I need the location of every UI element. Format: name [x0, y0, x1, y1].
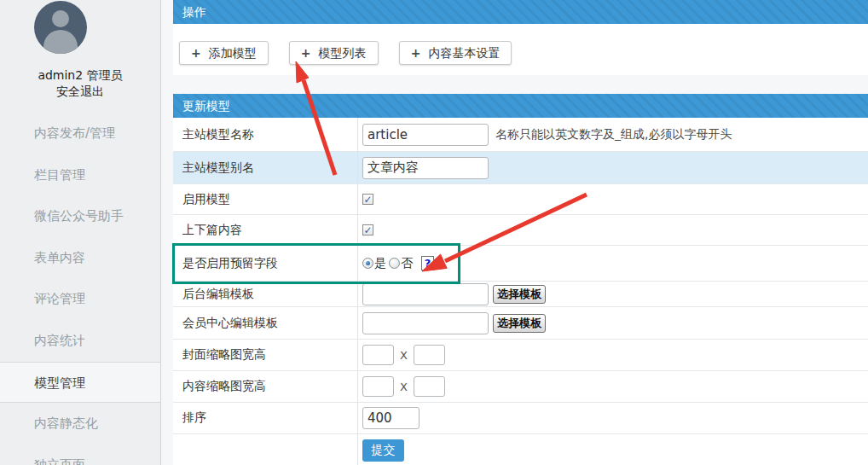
sidebar-item-comment-manage[interactable]: 评论管理: [0, 278, 160, 320]
form-row-enable-model: 启用模型 ✓: [173, 184, 868, 215]
form-row-model-name: 主站模型名称 名称只能以英文数字及_组成,必须以字母开头: [173, 118, 868, 152]
sidebar-item-content-stats[interactable]: 内容统计: [0, 320, 160, 362]
form-row-admin-template: 后台编辑模板 选择模板: [173, 282, 868, 307]
form-row-sort: 排序: [173, 403, 868, 434]
content-thumb-width-input[interactable]: [362, 376, 394, 397]
sidebar: admin2 管理员 安全退出 内容发布/管理 栏目管理 微信公众号助手 表单内…: [0, 0, 161, 465]
form-row-member-template: 会员中心编辑模板 选择模板: [173, 307, 868, 340]
sidebar-item-model-manage[interactable]: 模型管理: [0, 362, 160, 404]
cover-thumb-width-input[interactable]: [362, 345, 394, 365]
size-separator: X: [400, 349, 408, 362]
operations-header: 操作: [173, 0, 868, 24]
content-thumb-height-input[interactable]: [414, 376, 445, 397]
plus-icon: +: [301, 46, 311, 60]
content-basic-settings-button[interactable]: +内容基本设置: [399, 41, 512, 65]
avatar-person-icon: [52, 10, 69, 27]
form-row-reserved-fields: 是否启用预留字段 是 否 ?: [173, 246, 868, 282]
form-row-model-alias: 主站模型别名: [173, 152, 868, 184]
sidebar-item-category-manage[interactable]: 栏目管理: [0, 154, 160, 196]
update-model-section: 更新模型 主站模型名称 名称只能以英文数字及_组成,必须以字母开头 主站模型别名…: [173, 94, 868, 465]
submit-button[interactable]: 提交: [362, 439, 404, 462]
model-list-button[interactable]: +模型列表: [289, 41, 379, 65]
plus-icon: +: [191, 46, 201, 60]
model-name-input[interactable]: [362, 124, 489, 146]
operations-toolbar: +添加模型 +模型列表 +内容基本设置: [173, 24, 868, 75]
admin-template-input[interactable]: [362, 283, 489, 305]
cover-thumb-height-input[interactable]: [414, 345, 445, 365]
logout-link[interactable]: 安全退出: [0, 84, 160, 100]
model-alias-input[interactable]: [362, 157, 489, 179]
form-row-prev-next: 上下篇内容 ✓: [173, 215, 868, 246]
sidebar-item-wechat-helper[interactable]: 微信公众号助手: [0, 195, 160, 237]
sort-input[interactable]: [362, 407, 420, 429]
sidebar-menu: 内容发布/管理 栏目管理 微信公众号助手 表单内容 评论管理 内容统计 模型管理…: [0, 113, 160, 465]
check-icon: ✓: [363, 226, 372, 235]
sidebar-item-independent-page[interactable]: 独立页面: [0, 445, 160, 465]
sidebar-item-form-content[interactable]: 表单内容: [0, 237, 160, 279]
form-row-content-thumb-size: 内容缩略图宽高 X: [173, 371, 868, 403]
choose-member-template-button[interactable]: 选择模板: [493, 314, 546, 333]
reserved-no-radio[interactable]: [389, 258, 400, 269]
member-template-input[interactable]: [362, 312, 489, 334]
update-model-form: 主站模型名称 名称只能以英文数字及_组成,必须以字母开头 主站模型别名 启用模型…: [173, 118, 868, 465]
add-model-button[interactable]: +添加模型: [179, 41, 269, 65]
main-content: 操作 +添加模型 +模型列表 +内容基本设置 更新模型 主站模型名称 名称只能以…: [173, 0, 868, 465]
user-avatar: [34, 1, 87, 54]
user-name: admin2 管理员: [0, 68, 160, 84]
enable-model-checkbox[interactable]: ✓: [362, 194, 373, 205]
sidebar-item-content-publish[interactable]: 内容发布/管理: [0, 113, 160, 154]
plus-icon: +: [411, 46, 421, 60]
sidebar-item-content-static[interactable]: 内容静态化: [0, 403, 160, 445]
help-icon[interactable]: ?: [421, 256, 434, 270]
model-name-hint: 名称只能以英文数字及_组成,必须以字母开头: [495, 127, 732, 142]
update-model-header: 更新模型: [173, 94, 868, 118]
prev-next-checkbox[interactable]: ✓: [362, 224, 373, 235]
operations-section: 操作 +添加模型 +模型列表 +内容基本设置: [173, 0, 868, 75]
form-row-submit: 提交: [173, 434, 868, 465]
size-separator: X: [400, 381, 408, 393]
check-icon: ✓: [363, 195, 372, 204]
form-row-cover-thumb-size: 封面缩略图宽高 X: [173, 340, 868, 371]
choose-admin-template-button[interactable]: 选择模板: [493, 285, 546, 304]
reserved-yes-radio[interactable]: [362, 258, 373, 269]
